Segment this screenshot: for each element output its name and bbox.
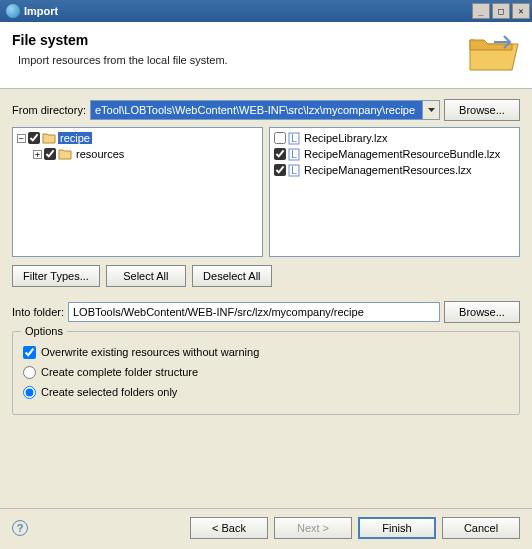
collapse-icon[interactable]: − xyxy=(17,134,26,143)
complete-structure-option[interactable]: Create complete folder structure xyxy=(23,362,509,382)
help-icon[interactable]: ? xyxy=(12,520,28,536)
file-item[interactable]: L RecipeManagementResources.lzx xyxy=(272,162,517,178)
file-label: RecipeManagementResources.lzx xyxy=(302,164,474,176)
deselect-all-button[interactable]: Deselect All xyxy=(192,265,272,287)
from-directory-row: From directory: Browse... xyxy=(12,99,520,121)
page-title: File system xyxy=(12,32,468,48)
file-item[interactable]: L RecipeManagementResourceBundle.lzx xyxy=(272,146,517,162)
folder-tree[interactable]: − recipe + resources xyxy=(12,127,263,257)
file-tree[interactable]: L RecipeLibrary.lzx L RecipeManagementRe… xyxy=(269,127,520,257)
finish-button[interactable]: Finish xyxy=(358,517,436,539)
selected-folders-option[interactable]: Create selected folders only xyxy=(23,382,509,402)
tree-item-label: recipe xyxy=(58,132,92,144)
options-legend: Options xyxy=(21,325,67,337)
window-title: Import xyxy=(24,5,470,17)
svg-text:L: L xyxy=(291,132,297,144)
tree-item-resources[interactable]: + resources xyxy=(15,146,260,162)
overwrite-checkbox[interactable] xyxy=(23,346,36,359)
svg-text:L: L xyxy=(291,148,297,160)
complete-radio[interactable] xyxy=(23,366,36,379)
into-folder-row: Into folder: Browse... xyxy=(12,301,520,323)
maximize-button[interactable]: □ xyxy=(492,3,510,19)
filter-types-button[interactable]: Filter Types... xyxy=(12,265,100,287)
overwrite-option[interactable]: Overwrite existing resources without war… xyxy=(23,342,509,362)
file-checkbox[interactable] xyxy=(274,164,286,176)
folder-icon xyxy=(58,148,72,160)
options-group: Options Overwrite existing resources wit… xyxy=(12,331,520,415)
resources-checkbox[interactable] xyxy=(44,148,56,160)
footer: ? < Back Next > Finish Cancel xyxy=(0,508,532,549)
expand-icon[interactable]: + xyxy=(33,150,42,159)
file-label: RecipeLibrary.lzx xyxy=(302,132,390,144)
svg-text:L: L xyxy=(291,164,297,176)
select-all-button[interactable]: Select All xyxy=(106,265,186,287)
into-browse-button[interactable]: Browse... xyxy=(444,301,520,323)
chevron-down-icon xyxy=(428,108,435,112)
file-item[interactable]: L RecipeLibrary.lzx xyxy=(272,130,517,146)
file-icon: L xyxy=(288,132,300,145)
recipe-checkbox[interactable] xyxy=(28,132,40,144)
into-folder-input[interactable] xyxy=(68,302,440,322)
file-icon: L xyxy=(288,148,300,161)
selected-label: Create selected folders only xyxy=(41,386,177,398)
close-button[interactable]: ✕ xyxy=(512,3,530,19)
from-directory-dropdown[interactable] xyxy=(423,100,440,120)
page-subtitle: Import resources from the local file sys… xyxy=(18,54,468,66)
tree-item-label: resources xyxy=(74,148,126,160)
from-directory-label: From directory: xyxy=(12,104,86,116)
titlebar: Import _ □ ✕ xyxy=(0,0,532,22)
file-icon: L xyxy=(288,164,300,177)
header-panel: File system Import resources from the lo… xyxy=(0,22,532,89)
cancel-button[interactable]: Cancel xyxy=(442,517,520,539)
file-checkbox[interactable] xyxy=(274,148,286,160)
next-button[interactable]: Next > xyxy=(274,517,352,539)
minimize-button[interactable]: _ xyxy=(472,3,490,19)
into-folder-label: Into folder: xyxy=(12,306,64,318)
file-label: RecipeManagementResourceBundle.lzx xyxy=(302,148,502,160)
selected-radio[interactable] xyxy=(23,386,36,399)
import-folder-icon xyxy=(468,32,520,74)
overwrite-label: Overwrite existing resources without war… xyxy=(41,346,259,358)
back-button[interactable]: < Back xyxy=(190,517,268,539)
from-browse-button[interactable]: Browse... xyxy=(444,99,520,121)
complete-label: Create complete folder structure xyxy=(41,366,198,378)
folder-icon xyxy=(42,132,56,144)
app-icon xyxy=(6,4,20,18)
tree-item-recipe[interactable]: − recipe xyxy=(15,130,260,146)
from-directory-input[interactable] xyxy=(90,100,423,120)
file-checkbox[interactable] xyxy=(274,132,286,144)
